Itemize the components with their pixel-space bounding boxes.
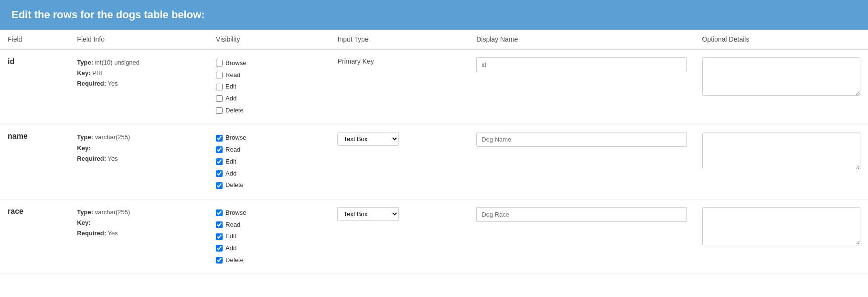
visibility-list-race: BrowseReadEditAddDelete	[216, 207, 322, 266]
checkbox-race-delete[interactable]	[216, 257, 223, 264]
checkbox-label-browse: Browse	[225, 207, 246, 219]
visibility-item-delete: Delete	[216, 179, 322, 191]
table-row: raceType: varchar(255)Key: Required: Yes…	[0, 199, 868, 274]
field-name-race: race	[8, 207, 23, 215]
checkbox-id-add[interactable]	[216, 95, 223, 102]
visibility-item-add: Add	[216, 242, 322, 254]
input-type-cell-id: Primary Key	[330, 49, 469, 124]
optional-details-textarea-race[interactable]	[702, 207, 860, 245]
checkbox-label-browse: Browse	[225, 132, 246, 144]
dogs-table: Field Field Info Visibility Input Type D…	[0, 30, 868, 274]
checkbox-id-delete[interactable]	[216, 107, 223, 114]
visibility-list-id: BrowseReadEditAddDelete	[216, 57, 322, 116]
checkbox-label-add: Add	[225, 93, 236, 105]
input-type-cell-race: Primary KeyText BoxText AreaCheckboxDrop…	[330, 199, 469, 274]
checkbox-label-delete: Delete	[225, 254, 244, 266]
page-title: Edit the rows for the dogs table below:	[11, 9, 857, 21]
primary-key-label: Primary Key	[337, 55, 374, 65]
visibility-item-read: Read	[216, 144, 322, 156]
visibility-item-edit: Edit	[216, 231, 322, 242]
checkbox-label-add: Add	[225, 168, 236, 180]
col-header-info: Field Info	[69, 30, 208, 49]
checkbox-name-edit[interactable]	[216, 158, 223, 165]
checkbox-name-read[interactable]	[216, 146, 223, 153]
visibility-list-name: BrowseReadEditAddDelete	[216, 132, 322, 191]
visibility-item-add: Add	[216, 93, 322, 105]
field-info-id: Type: int(10) unsignedKey: PRIRequired: …	[77, 57, 201, 89]
visibility-item-read: Read	[216, 69, 322, 81]
table-row: nameType: varchar(255)Key: Required: Yes…	[0, 124, 868, 199]
checkbox-race-read[interactable]	[216, 221, 223, 228]
checkbox-id-read[interactable]	[216, 72, 223, 78]
checkbox-label-edit: Edit	[225, 231, 236, 242]
checkbox-label-delete: Delete	[225, 105, 244, 117]
display-name-input-id[interactable]	[476, 57, 686, 72]
optional-details-textarea-id[interactable]	[702, 57, 860, 96]
display-name-input-name[interactable]	[476, 132, 686, 147]
visibility-item-browse: Browse	[216, 207, 322, 219]
table-row: idType: int(10) unsignedKey: PRIRequired…	[0, 49, 868, 124]
input-type-select-name[interactable]: Primary KeyText BoxText AreaCheckboxDrop…	[337, 132, 399, 146]
col-header-optdetails: Optional Details	[695, 30, 868, 49]
visibility-item-add: Add	[216, 168, 322, 180]
checkbox-label-browse: Browse	[225, 57, 246, 69]
field-name-name: name	[8, 132, 28, 140]
checkbox-label-delete: Delete	[225, 179, 244, 191]
checkbox-race-add[interactable]	[216, 245, 223, 252]
checkbox-name-browse[interactable]	[216, 135, 223, 142]
checkbox-race-edit[interactable]	[216, 233, 223, 240]
field-info-name: Type: varchar(255)Key: Required: Yes	[77, 132, 201, 164]
col-header-inputtype: Input Type	[330, 30, 469, 49]
visibility-item-read: Read	[216, 219, 322, 231]
checkbox-label-add: Add	[225, 242, 236, 254]
page-header: Edit the rows for the dogs table below:	[0, 0, 868, 30]
checkbox-label-edit: Edit	[225, 156, 236, 168]
checkbox-name-add[interactable]	[216, 170, 223, 177]
visibility-item-browse: Browse	[216, 57, 322, 69]
visibility-item-edit: Edit	[216, 81, 322, 93]
input-type-cell-name: Primary KeyText BoxText AreaCheckboxDrop…	[330, 124, 469, 199]
visibility-item-edit: Edit	[216, 156, 322, 168]
checkbox-label-read: Read	[225, 69, 240, 81]
col-header-visibility: Visibility	[208, 30, 330, 49]
display-name-input-race[interactable]	[476, 207, 686, 222]
checkbox-label-read: Read	[225, 144, 240, 156]
visibility-item-browse: Browse	[216, 132, 322, 144]
checkbox-id-edit[interactable]	[216, 84, 223, 90]
field-name-id: id	[8, 57, 14, 66]
visibility-item-delete: Delete	[216, 254, 322, 266]
checkbox-race-browse[interactable]	[216, 209, 223, 216]
checkbox-id-browse[interactable]	[216, 60, 223, 66]
col-header-field: Field	[0, 30, 69, 49]
field-info-race: Type: varchar(255)Key: Required: Yes	[77, 207, 201, 239]
col-header-displayname: Display Name	[469, 30, 694, 49]
visibility-item-delete: Delete	[216, 105, 322, 117]
input-type-select-race[interactable]: Primary KeyText BoxText AreaCheckboxDrop…	[337, 207, 399, 221]
checkbox-label-read: Read	[225, 219, 240, 231]
checkbox-name-delete[interactable]	[216, 182, 223, 189]
checkbox-label-edit: Edit	[225, 81, 236, 93]
page-wrapper: Edit the rows for the dogs table below: …	[0, 0, 868, 297]
optional-details-textarea-name[interactable]	[702, 132, 860, 170]
